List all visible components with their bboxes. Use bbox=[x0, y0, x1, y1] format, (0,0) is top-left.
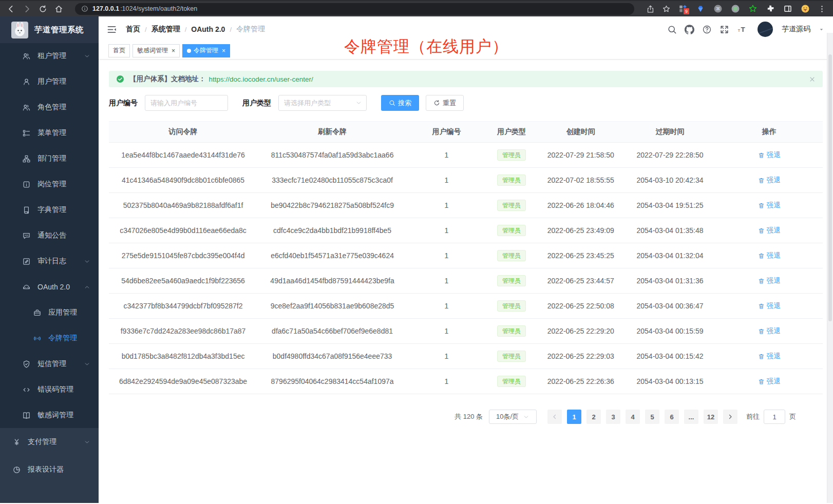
sidebar-item-12[interactable]: 短信管理 bbox=[0, 351, 99, 377]
cell-user_type: 管理员 bbox=[486, 143, 537, 167]
force-logout-button[interactable]: 强退 bbox=[758, 326, 781, 336]
cell-access: 502375b8040a469a9b82188afdf6af1f bbox=[109, 193, 257, 218]
cell-user_type: 管理员 bbox=[486, 218, 537, 243]
user-caret-down-icon[interactable] bbox=[818, 26, 825, 33]
search-button[interactable]: 搜索 bbox=[381, 95, 419, 111]
sidebar-item-16[interactable]: 报表设计器 bbox=[0, 456, 99, 483]
search-icon[interactable] bbox=[667, 25, 677, 34]
extension-green-star-icon[interactable] bbox=[748, 4, 758, 13]
profile-avatar-icon[interactable] bbox=[801, 4, 810, 13]
side-panel-icon[interactable] bbox=[783, 4, 792, 13]
force-logout-label: 强退 bbox=[767, 326, 781, 336]
trash-icon bbox=[758, 227, 765, 234]
github-icon[interactable] bbox=[685, 25, 694, 34]
doc-link[interactable]: https://doc.iocoder.cn/user-center/ bbox=[209, 75, 313, 83]
extension-grid-icon[interactable]: 9 bbox=[678, 4, 688, 13]
browser-menu-icon[interactable] bbox=[818, 5, 826, 13]
tab-2[interactable]: 令牌管理× bbox=[182, 44, 230, 57]
magnifier-icon bbox=[389, 100, 395, 106]
force-logout-button[interactable]: 强退 bbox=[758, 251, 781, 260]
force-logout-button[interactable]: 强退 bbox=[758, 301, 781, 311]
prev-page-button[interactable] bbox=[547, 410, 562, 424]
user-id-input[interactable] bbox=[145, 95, 228, 111]
cell-refresh: dfa6c71a50a54c66bef706ef9e6e8d81 bbox=[257, 319, 407, 343]
column-header-user_id: 用户编号 bbox=[407, 122, 486, 142]
sidebar-item-8[interactable]: 审计日志 bbox=[0, 248, 99, 274]
page-scrollbar[interactable] bbox=[827, 33, 833, 503]
tab-1[interactable]: 敏感词管理× bbox=[132, 44, 180, 57]
share-icon[interactable] bbox=[646, 5, 655, 13]
page-button-12[interactable]: 12 bbox=[704, 410, 718, 424]
trash-icon bbox=[758, 152, 765, 159]
breadcrumb-item-0[interactable]: 首页 bbox=[126, 25, 140, 34]
help-icon[interactable] bbox=[702, 25, 712, 34]
extensions-puzzle-icon[interactable] bbox=[766, 4, 775, 13]
user-avatar[interactable] bbox=[758, 22, 773, 37]
sidebar-item-10[interactable]: 应用管理 bbox=[0, 300, 99, 325]
cell-created: 2022-06-25 22:29:03 bbox=[537, 344, 624, 369]
bookmark-star-icon[interactable] bbox=[662, 5, 671, 13]
browser-address-bar[interactable]: 127.0.0.1 :1024/system/oauth2/token bbox=[75, 3, 634, 15]
site-info-icon[interactable] bbox=[81, 5, 88, 12]
tab-close-icon[interactable]: × bbox=[172, 48, 175, 54]
page-size-select[interactable]: 10条/页 bbox=[489, 410, 537, 424]
force-logout-button[interactable]: 强退 bbox=[758, 377, 781, 386]
tab-0[interactable]: 首页 bbox=[108, 44, 130, 57]
force-logout-button[interactable]: 强退 bbox=[758, 176, 781, 185]
sidebar-item-6[interactable]: 字典管理 bbox=[0, 197, 99, 223]
breadcrumb-item-1[interactable]: 系统管理 bbox=[152, 25, 180, 34]
sidebar-item-7[interactable]: 通知公告 bbox=[0, 223, 99, 248]
page-button-6[interactable]: 6 bbox=[665, 410, 679, 424]
fullscreen-icon[interactable] bbox=[720, 25, 729, 34]
extension-command-icon[interactable]: ⌘ bbox=[713, 4, 723, 13]
sidebar-item-0[interactable]: 租户管理 bbox=[0, 43, 99, 69]
app-logo-header[interactable]: 芋道管理系统 bbox=[0, 16, 99, 43]
browser-reload-icon[interactable] bbox=[39, 5, 47, 13]
page-ellipsis-button[interactable]: ... bbox=[684, 410, 698, 424]
page-button-5[interactable]: 5 bbox=[645, 410, 659, 424]
breadcrumb-item-2[interactable]: OAuth 2.0 bbox=[191, 25, 225, 33]
sidebar-collapse-icon[interactable] bbox=[106, 24, 117, 35]
force-logout-label: 强退 bbox=[767, 276, 781, 285]
page-button-1[interactable]: 1 bbox=[567, 410, 581, 424]
user-type-select[interactable]: 请选择用户类型 bbox=[278, 95, 367, 111]
sidebar-item-4[interactable]: 部门管理 bbox=[0, 146, 99, 171]
page-button-3[interactable]: 3 bbox=[606, 410, 620, 424]
reset-button[interactable]: 重置 bbox=[426, 95, 464, 111]
sidebar-item-13[interactable]: 错误码管理 bbox=[0, 377, 99, 402]
alert-close-icon[interactable] bbox=[809, 76, 816, 83]
force-logout-button[interactable]: 强退 bbox=[758, 226, 781, 235]
user-type-badge: 管理员 bbox=[497, 351, 526, 362]
browser-forward-icon[interactable] bbox=[23, 5, 31, 13]
user-name[interactable]: 芋道源码 bbox=[782, 25, 810, 34]
page-button-4[interactable]: 4 bbox=[626, 410, 640, 424]
sidebar-item-2[interactable]: 角色管理 bbox=[0, 94, 99, 120]
sidebar-item-5[interactable]: 岗位管理 bbox=[0, 171, 99, 197]
font-size-icon[interactable]: TT bbox=[737, 25, 747, 34]
sidebar-item-15[interactable]: 支付管理 bbox=[0, 428, 99, 456]
extension-record-icon[interactable] bbox=[731, 4, 740, 13]
sidebar-item-1[interactable]: 用户管理 bbox=[0, 69, 99, 94]
column-header-user_type: 用户类型 bbox=[486, 122, 537, 142]
force-logout-button[interactable]: 强退 bbox=[758, 276, 781, 285]
sidebar-item-3[interactable]: 菜单管理 bbox=[0, 120, 99, 146]
search-form: 用户编号 用户类型 请选择用户类型 搜索 重置 bbox=[109, 95, 823, 111]
force-logout-button[interactable]: 强退 bbox=[758, 352, 781, 361]
jump-page-input[interactable] bbox=[764, 410, 785, 424]
sidebar-item-11[interactable]: 令牌管理 bbox=[0, 325, 99, 351]
sidebar-item-14[interactable]: 敏感词管理 bbox=[0, 402, 99, 428]
sidebar-item-label: 令牌管理 bbox=[48, 334, 77, 343]
browser-back-icon[interactable] bbox=[7, 5, 15, 13]
force-logout-button[interactable]: 强退 bbox=[758, 201, 781, 210]
browser-home-icon[interactable] bbox=[54, 5, 63, 13]
extension-gem-icon[interactable] bbox=[696, 4, 705, 13]
sidebar-item-9[interactable]: OAuth 2.0 bbox=[0, 274, 99, 300]
cell-created: 2022-07-02 18:55:55 bbox=[537, 168, 624, 192]
scrollbar-thumb[interactable] bbox=[828, 54, 832, 321]
page-button-2[interactable]: 2 bbox=[586, 410, 601, 424]
sidebar-item-label: 报表设计器 bbox=[28, 465, 64, 474]
next-page-button[interactable] bbox=[723, 410, 737, 424]
tab-close-icon[interactable]: × bbox=[222, 48, 225, 54]
force-logout-button[interactable]: 强退 bbox=[758, 150, 781, 160]
force-logout-label: 强退 bbox=[767, 251, 781, 260]
